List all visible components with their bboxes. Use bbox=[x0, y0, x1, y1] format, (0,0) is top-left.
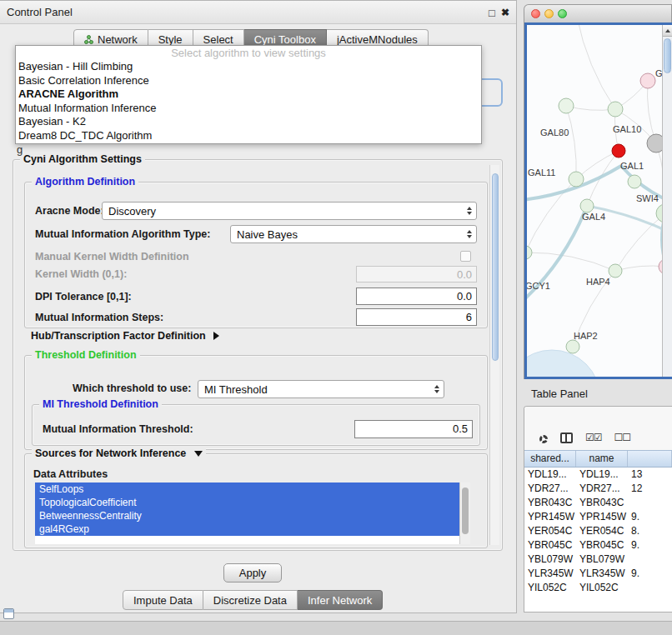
deselect-all-icon[interactable]: ☐☐ bbox=[614, 432, 631, 443]
mi-steps-field[interactable]: 6 bbox=[356, 308, 477, 326]
mi-algorithm-type-select[interactable]: Naive Bayes bbox=[230, 225, 477, 243]
collapsed-panel-icon[interactable] bbox=[3, 608, 14, 619]
network-node[interactable] bbox=[559, 98, 574, 113]
algorithm-option[interactable]: Mutual Information Inference bbox=[16, 102, 481, 116]
aracne-mode-select[interactable]: Discovery bbox=[102, 202, 477, 220]
scroll-up-icon[interactable] bbox=[663, 25, 672, 37]
network-node[interactable] bbox=[527, 246, 532, 259]
minimize-traffic-light-icon[interactable] bbox=[544, 9, 554, 18]
table-cell bbox=[628, 496, 672, 510]
manual-kernel-checkbox[interactable] bbox=[460, 251, 471, 262]
network-icon bbox=[84, 35, 93, 44]
attributes-scrollbar[interactable] bbox=[459, 482, 470, 544]
attribute-item[interactable]: SelfLoops bbox=[35, 482, 459, 496]
table-cell: YPR145W bbox=[576, 510, 628, 524]
algorithm-popup-placeholder[interactable]: Select algorithm to view settings bbox=[16, 46, 481, 60]
table-row[interactable]: YIL052CYIL052C bbox=[524, 581, 672, 595]
titlebar-icons: □ ✖ bbox=[489, 1, 509, 24]
node-label: GAL11 bbox=[528, 168, 555, 178]
dpi-tolerance-field[interactable]: 0.0 bbox=[356, 288, 477, 305]
zoom-traffic-light-icon[interactable] bbox=[558, 9, 567, 18]
tab-label: Impute Data bbox=[133, 594, 193, 607]
algorithm-option[interactable]: Basic Correlation Inference bbox=[16, 74, 481, 88]
network-scrollbar[interactable] bbox=[662, 25, 672, 377]
column-header-name[interactable]: name bbox=[576, 451, 628, 467]
chevron-updown-icon bbox=[463, 230, 476, 238]
attributes-scrollbar-thumb[interactable] bbox=[462, 488, 469, 534]
network-edge bbox=[527, 252, 615, 271]
select-all-icon[interactable]: ☑☑ bbox=[585, 432, 602, 443]
which-threshold-value: MI Threshold bbox=[198, 383, 430, 396]
node-label: GAL1 bbox=[620, 161, 644, 171]
collapsed-triangle-icon bbox=[213, 332, 219, 340]
settings-scrollbar[interactable] bbox=[489, 165, 499, 545]
obscured-text-fragment: g bbox=[17, 143, 23, 156]
chevron-updown-icon bbox=[430, 385, 444, 393]
settings-scrollbar-thumb[interactable] bbox=[492, 173, 499, 361]
network-node[interactable] bbox=[580, 199, 594, 212]
table-row[interactable]: YDR27...YDR27...12 bbox=[524, 482, 672, 496]
table-cell: 13 bbox=[628, 468, 672, 482]
table-cell: YLR345W bbox=[524, 567, 576, 581]
attribute-item[interactable]: BetweennessCentrality bbox=[35, 509, 459, 522]
algorithm-option[interactable]: Bayesian - Hill Climbing bbox=[16, 60, 481, 74]
table-panel-title: Table Panel bbox=[531, 388, 588, 400]
tab-infer-network[interactable]: Infer Network bbox=[298, 590, 383, 610]
tab-impute-data[interactable]: Impute Data bbox=[123, 590, 203, 610]
mi-algorithm-type-value: Naive Bayes bbox=[231, 228, 463, 241]
apply-button[interactable]: Apply bbox=[223, 563, 282, 582]
algorithm-option[interactable]: Bayesian - K2 bbox=[16, 115, 481, 129]
gear-icon[interactable] bbox=[539, 435, 548, 443]
close-traffic-light-icon[interactable] bbox=[531, 9, 540, 18]
table-cell: YBR043C bbox=[524, 496, 576, 510]
network-window-titlebar[interactable] bbox=[524, 4, 672, 22]
tab-discretize-data[interactable]: Discretize Data bbox=[203, 590, 298, 610]
table-cell: YDR27... bbox=[576, 482, 628, 496]
algorithm-option[interactable]: Dream8 DC_TDC Algorithm bbox=[16, 129, 481, 143]
network-node[interactable] bbox=[608, 102, 623, 117]
network-scrollbar-thumb[interactable] bbox=[664, 38, 671, 73]
table-row[interactable]: YLR345WYLR345W9. bbox=[524, 567, 672, 581]
sources-toggle[interactable]: Sources for Network Inference bbox=[32, 448, 206, 460]
float-window-icon[interactable]: □ bbox=[489, 7, 495, 19]
tab-label: Select bbox=[203, 33, 233, 46]
table-row[interactable]: YBL079WYBL079W bbox=[524, 552, 672, 567]
data-attributes-label: Data Attributes bbox=[33, 466, 108, 483]
network-node[interactable] bbox=[612, 144, 625, 158]
network-node[interactable] bbox=[640, 73, 655, 88]
hub-definition-toggle[interactable]: Hub/Transcription Factor Definition bbox=[31, 330, 219, 342]
table-cell: YLR345W bbox=[576, 567, 628, 581]
network-node[interactable] bbox=[569, 172, 584, 187]
algorithm-option[interactable]: ARACNE Algorithm bbox=[16, 88, 481, 102]
table-cell: YDL19... bbox=[524, 468, 576, 482]
table-cell: YER054C bbox=[524, 524, 576, 538]
table-cell: 8. bbox=[628, 524, 672, 538]
screen: Control Panel □ ✖ Network Style Select bbox=[0, 0, 672, 635]
table-row[interactable]: YBR045CYBR045C9. bbox=[524, 538, 672, 552]
network-node[interactable] bbox=[628, 175, 641, 188]
network-node[interactable] bbox=[609, 264, 622, 278]
tab-label: Discretize Data bbox=[213, 594, 287, 607]
table-cell: YBR043C bbox=[576, 496, 628, 510]
algorithm-dropdown-popup: Select algorithm to view settings Bayesi… bbox=[15, 45, 482, 144]
algorithm-definition-group: Algorithm Definition Aracne Mode: Discov… bbox=[24, 182, 488, 328]
tab-label: Style bbox=[158, 33, 183, 46]
column-selector-icon[interactable] bbox=[560, 432, 573, 443]
table-row[interactable]: YER054CYER054C8. bbox=[524, 524, 672, 538]
table-row[interactable]: YBR043CYBR043C bbox=[524, 496, 672, 510]
attribute-item[interactable]: gal4RGexp bbox=[35, 522, 459, 536]
mi-threshold-field[interactable]: 0.5 bbox=[354, 420, 473, 438]
table-row[interactable]: YPR145WYPR145W9. bbox=[524, 510, 672, 524]
kernel-width-field[interactable]: 0.0 bbox=[356, 266, 477, 282]
table-row[interactable]: YDL19...YDL19...13 bbox=[524, 468, 672, 482]
control-panel-titlebar: Control Panel □ ✖ bbox=[0, 1, 516, 24]
which-threshold-select[interactable]: MI Threshold bbox=[198, 380, 444, 398]
close-window-icon[interactable]: ✖ bbox=[501, 7, 509, 18]
column-header-partial[interactable] bbox=[628, 451, 672, 467]
expanded-triangle-icon bbox=[194, 451, 203, 457]
network-edge bbox=[577, 25, 615, 109]
column-header-shared-name[interactable]: shared... bbox=[524, 451, 576, 467]
attribute-item[interactable]: TopologicalCoefficient bbox=[35, 496, 459, 509]
network-canvas[interactable]: GALGAL80GAL10GAL11GAL1SWI4GAL4GCY1HAP4HA… bbox=[527, 25, 672, 377]
network-node[interactable] bbox=[566, 340, 579, 353]
